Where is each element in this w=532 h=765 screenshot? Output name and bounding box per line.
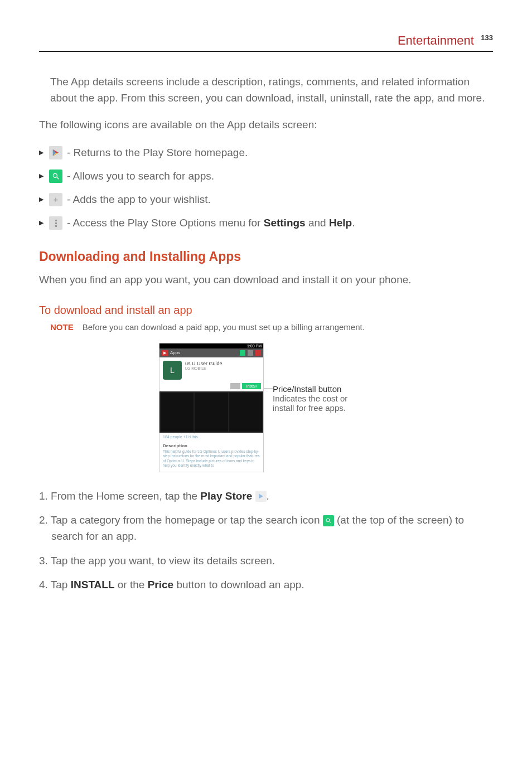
text-fragment: . — [267, 490, 269, 502]
screenshot-thumbs — [159, 391, 263, 433]
price-label: Price — [148, 579, 173, 590]
app-bar: ▶ Apps — [159, 348, 263, 357]
text-fragment: 4. Tap — [39, 579, 71, 590]
bar-menu-icon — [248, 350, 253, 356]
note-row: NOTE Before you can download a paid app,… — [50, 322, 493, 332]
bullet-marker-icon: ▶ — [39, 217, 45, 229]
help-label: Help — [329, 217, 352, 229]
text-fragment: 1. From the Home screen, tap the — [39, 490, 200, 502]
downloading-paragraph: When you find an app you want, you can d… — [39, 272, 493, 288]
step-2: 2. Tap a category from the homepage or t… — [39, 512, 493, 545]
bullet-text: - Returns to the Play Store homepage. — [67, 143, 248, 162]
apps-label: Apps — [170, 350, 238, 355]
bullet-wishlist: ▶ + - Adds the app to your wishlist. — [39, 190, 493, 209]
heading-to-download: To download and install an app — [39, 304, 493, 317]
svg-line-1 — [57, 177, 59, 180]
install-label: INSTALL — [71, 579, 115, 590]
play-store-icon — [255, 491, 267, 502]
svg-line-3 — [329, 521, 331, 523]
text-fragment: or the — [115, 579, 148, 590]
bullet-text: - Access the Play Store Options menu for… — [67, 214, 355, 233]
intro-paragraph: The App details screens include a descri… — [50, 74, 493, 106]
wishlist-add-icon: + — [49, 193, 62, 206]
icon-bullet-list: ▶ - Returns to the Play Store homepage. … — [39, 143, 493, 233]
page-header: Entertainment 133 — [39, 33, 493, 52]
note-label: NOTE — [50, 322, 74, 332]
figure-wrap: 1:00 PM ▶ Apps L us U User Guide LG MOBI… — [39, 343, 493, 472]
step-4: 4. Tap INSTALL or the Price button to do… — [39, 577, 493, 593]
callout-title: Price/Install button — [273, 384, 373, 394]
page: Entertainment 133 The App details screen… — [0, 0, 532, 646]
search-icon — [323, 515, 334, 526]
phone-screenshot: 1:00 PM ▶ Apps L us U User Guide LG MOBI… — [159, 343, 264, 472]
install-row: Install — [159, 383, 263, 391]
callout-leader-line — [264, 389, 273, 389]
bullet-play-home: ▶ - Returns to the Play Store homepage. — [39, 143, 493, 162]
svg-point-0 — [53, 173, 57, 177]
install-button: Install — [242, 383, 261, 389]
text-fragment: . — [352, 217, 355, 229]
text-fragment: 2. Tap a category from the homepage or t… — [39, 514, 323, 526]
text-fragment: - Access the Play Store Options menu for — [67, 217, 264, 229]
bullet-options-menu: ▶ - Access the Play Store Options menu f… — [39, 214, 493, 233]
step-3: 3. Tap the app you want, to view its det… — [39, 553, 493, 569]
apps-tag-icon: ▶ — [162, 350, 168, 356]
search-icon — [49, 170, 62, 183]
bar-share-icon — [255, 350, 261, 356]
icons-intro: The following icons are available on the… — [39, 117, 493, 133]
bullet-text: - Adds the app to your wishlist. — [67, 190, 211, 209]
status-time: 1:00 PM — [247, 344, 262, 348]
bullet-text: - Allows you to search for apps. — [67, 167, 214, 186]
note-text: Before you can download a paid app, you … — [83, 322, 365, 332]
description-text: This helpful guide for LG Optimus U user… — [159, 448, 263, 472]
settings-label: Settings — [264, 217, 306, 229]
heading-downloading: Downloading and Installing Apps — [39, 249, 493, 264]
app-title: us U User Guide — [185, 361, 260, 366]
plus-one-meta: 184 people +1'd this. — [159, 433, 263, 441]
bullet-marker-icon: ▶ — [39, 194, 45, 205]
text-fragment: button to download an app. — [173, 579, 304, 590]
text-fragment — [252, 490, 255, 502]
status-bar: 1:00 PM — [159, 343, 263, 348]
section-title: Entertainment — [398, 33, 474, 48]
page-number: 133 — [481, 33, 493, 42]
play-store-label: Play Store — [200, 490, 252, 502]
callout-line1: Indicates the cost or — [273, 394, 373, 403]
text-fragment: and — [306, 217, 329, 229]
secondary-button — [230, 383, 240, 389]
callout-price-install: Price/Install button Indicates the cost … — [273, 384, 373, 413]
app-icon: L — [163, 361, 182, 380]
step-1: 1. From the Home screen, tap the Play St… — [39, 488, 493, 504]
bullet-search: ▶ - Allows you to search for apps. — [39, 167, 493, 186]
steps-list: 1. From the Home screen, tap the Play St… — [39, 488, 493, 593]
app-header: L us U User Guide LG MOBILE — [159, 357, 263, 383]
app-publisher: LG MOBILE — [185, 366, 260, 370]
svg-point-2 — [326, 519, 330, 522]
app-title-wrap: us U User Guide LG MOBILE — [185, 361, 260, 370]
play-store-icon — [49, 146, 62, 159]
bullet-marker-icon: ▶ — [39, 171, 45, 182]
bar-search-icon — [240, 350, 245, 356]
description-heading: Description — [159, 441, 263, 448]
bullet-marker-icon: ▶ — [39, 147, 45, 158]
overflow-menu-icon — [49, 216, 62, 230]
callout-line2: install for free apps. — [273, 403, 373, 413]
